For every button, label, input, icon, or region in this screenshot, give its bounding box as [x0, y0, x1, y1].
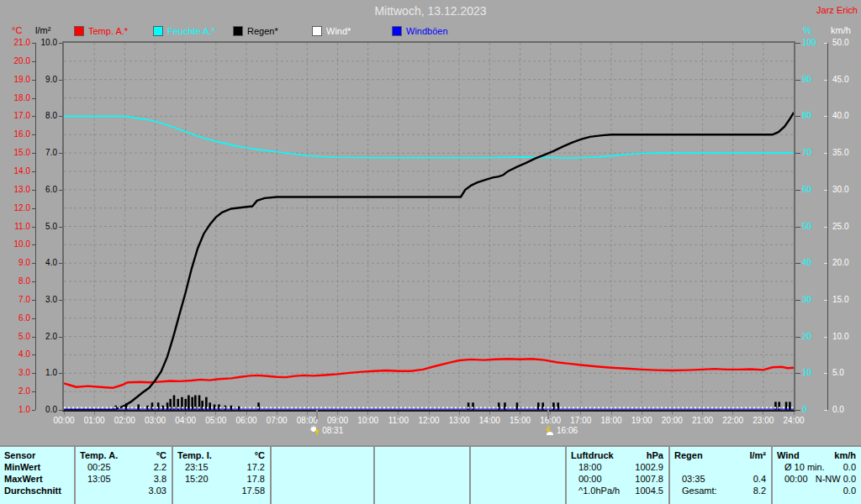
humidity-tick-label: 70: [802, 149, 811, 157]
stats-cell-value: 0.4: [753, 473, 771, 485]
temp-tick-label: 13.0: [7, 186, 30, 194]
wind-tick-mark: [824, 410, 827, 411]
stats-cell-time: [471, 485, 483, 496]
x-tick-mark: [155, 412, 156, 415]
sunrise-time: 08:31: [322, 426, 343, 435]
station-name: Jarz Erich: [816, 5, 858, 15]
stats-cell-time: [272, 461, 283, 473]
x-tick-mark: [215, 412, 216, 415]
legend-item: Feuchte A.*: [153, 26, 215, 36]
stats-cell: 13:053.8: [76, 473, 172, 485]
sunrise-axis-tick: [316, 410, 318, 419]
temp-tick-label: 7.0: [7, 296, 30, 304]
stats-column-unit: km/h: [834, 449, 861, 461]
stats-cell-time: ^1.0hPa/h: [567, 485, 620, 496]
x-tick-mark: [732, 412, 733, 415]
rain-tick-label: 5.0: [34, 223, 57, 231]
stats-cell-value: 17.2: [247, 461, 270, 473]
x-tick-label: 22:00: [722, 416, 743, 425]
x-tick-label: 11:00: [388, 416, 409, 425]
humidity-tick-label: 50: [802, 223, 811, 231]
rain-tick-label: 3.0: [34, 296, 57, 304]
stats-column-name: [375, 449, 379, 461]
humidity-tick-mark: [795, 373, 800, 374]
x-tick-label: 06:00: [235, 416, 256, 425]
stats-cell-time: [76, 485, 87, 496]
x-tick-label: 17:00: [570, 416, 591, 425]
stats-cell-value: 3.8: [154, 473, 172, 485]
stats-cell-time: [773, 485, 784, 496]
x-tick-label: 15:00: [510, 416, 531, 425]
stats-column-header: [375, 449, 469, 461]
stats-cell: ^1.0hPa/h1004.5: [567, 485, 668, 496]
stats-cell-value: 17.8: [247, 473, 270, 485]
temp-tick-label: 18.0: [7, 94, 30, 102]
x-tick-mark: [611, 412, 612, 415]
x-tick-mark: [580, 412, 581, 415]
stats-cell-time: 15:20: [173, 473, 209, 485]
temp-tick-label: 16.0: [7, 130, 30, 139]
humidity-tick-label: 30: [802, 296, 811, 304]
legend-swatch-icon: [233, 26, 243, 36]
stats-column-luftdruck: LuftdruckhPa18:001002.900:001007.8^1.0hP…: [565, 447, 668, 504]
temp-tick-label: 8.0: [7, 277, 30, 286]
x-tick-mark: [763, 412, 763, 415]
stats-cell-time: [375, 485, 387, 496]
x-tick-mark: [64, 412, 65, 415]
stats-column-header: Temp. I.°C: [173, 449, 270, 461]
stats-column-empty: [373, 447, 469, 504]
stats-column-header: LuftdruckhPa: [567, 449, 668, 461]
rain-tick-label: 8.0: [34, 112, 57, 120]
wind-tick-label: 50.0: [832, 39, 848, 47]
stats-cell-time: [670, 461, 682, 473]
temp-tick-label: 17.0: [7, 112, 30, 120]
x-tick-mark: [550, 412, 551, 415]
sunset-icon: [544, 425, 555, 436]
stats-cell-value: 1002.9: [635, 461, 668, 473]
temp-tick-label: 19.0: [7, 76, 30, 84]
humidity-tick-mark: [795, 80, 800, 81]
stats-cell: 18:001002.9: [567, 461, 668, 473]
stats-cell: [471, 485, 565, 496]
sunrise-marker: 08:31: [309, 425, 343, 436]
x-tick-label: 18:00: [600, 416, 621, 425]
stats-column-header: [272, 449, 373, 461]
stats-cell-value: 0.0: [843, 461, 861, 473]
humidity-tick-label: 100: [802, 39, 816, 47]
x-tick-label: 12:00: [418, 416, 439, 425]
stats-row-label: Durchschnitt: [0, 485, 74, 496]
stats-cell-time: 18:00: [567, 461, 602, 473]
legend-swatch-icon: [153, 26, 163, 36]
legend-item: Regen*: [233, 26, 278, 36]
stats-cell-value: 2.2: [154, 461, 172, 473]
stats-cell-time: 13:05: [76, 473, 111, 485]
legend-swatch-icon: [312, 26, 322, 36]
stats-column-header: [471, 449, 565, 461]
stats-row-label: Sensor: [0, 449, 74, 461]
x-tick-mark: [489, 412, 490, 415]
x-tick-mark: [794, 412, 795, 415]
stats-column-temp-i-: Temp. I.°C23:1517.215:2017.817.58: [172, 447, 270, 504]
rain-tick-label: 10.0: [34, 39, 57, 47]
stats-cell: [670, 461, 771, 473]
temp-tick-label: 21.0: [7, 39, 30, 47]
stats-cell-time: 00:00: [567, 473, 602, 485]
wind-tick-label: 35.0: [832, 149, 848, 157]
legend-label: Feuchte A.*: [167, 26, 215, 36]
stats-cell: Ø 10 min.0.0: [773, 461, 861, 473]
x-tick-label: 13:00: [449, 416, 470, 425]
x-tick-label: 03:00: [145, 416, 166, 425]
humidity-tick-mark: [795, 410, 800, 411]
x-tick-mark: [702, 412, 703, 415]
x-tick-label: 23:00: [753, 416, 774, 425]
rain-tick-label: 7.0: [34, 149, 57, 157]
stats-cell: [471, 461, 565, 473]
stats-cell: [272, 485, 373, 496]
stats-cell-time: [272, 473, 283, 485]
rain-tick-label: 9.0: [34, 76, 57, 84]
stats-cell: [375, 461, 469, 473]
temp-tick-label: 5.0: [7, 333, 30, 341]
stats-row-label: MaxWert: [0, 473, 74, 485]
stats-cell: Gesamt:8.2: [670, 485, 771, 496]
x-tick-mark: [246, 412, 247, 415]
